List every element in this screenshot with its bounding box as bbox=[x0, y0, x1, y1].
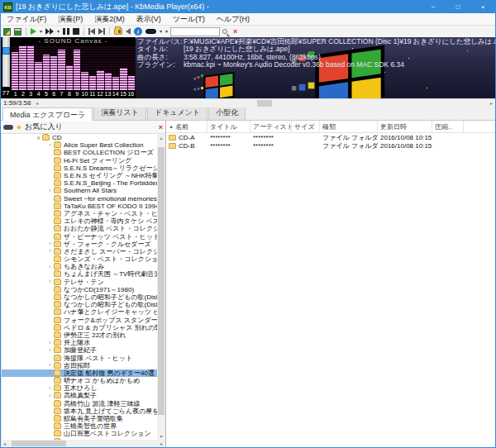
previous-track-button[interactable] bbox=[88, 26, 96, 36]
tree-item-38[interactable]: 山口百恵ベストコレクション bbox=[2, 430, 157, 437]
tree-item-36[interactable]: 鮫島有美子愛唱歌集 bbox=[2, 415, 157, 422]
tree-item-26[interactable]: ›井上陽水 bbox=[2, 339, 157, 346]
chevron-right-icon[interactable]: › bbox=[46, 264, 54, 270]
title-bar[interactable]: KB [19 おきざりにした悲しみは.ape] - KbMedia Player… bbox=[1, 1, 495, 13]
file-list-row-0[interactable]: CD-A****************ファイル フォルダー2016/10/08… bbox=[166, 133, 495, 141]
chevron-down-icon[interactable]: ∨ bbox=[35, 135, 42, 141]
tree-item-28[interactable]: 海援隊 ベスト・ヒット bbox=[2, 354, 157, 361]
play-dropdown[interactable]: ▾ bbox=[39, 26, 43, 36]
seek-thumb[interactable] bbox=[257, 100, 272, 107]
tree-vscroll-thumb[interactable] bbox=[158, 147, 165, 415]
tab-2[interactable]: ドキュメント bbox=[147, 105, 207, 120]
tree-item-14[interactable]: ›さだまさし スーパー・コレクション bbox=[2, 248, 157, 255]
volume-slider[interactable] bbox=[2, 37, 10, 87]
tree-item-30[interactable]: ›決定版 船村徹 男のギター40選 bbox=[2, 369, 157, 377]
chevron-right-icon[interactable]: › bbox=[46, 248, 54, 255]
column-header-0[interactable]: ▲名前 bbox=[166, 121, 207, 132]
column-header-6[interactable]: 圧縮.. bbox=[432, 121, 464, 132]
chevron-right-icon[interactable]: › bbox=[46, 340, 54, 346]
tree-item-4[interactable]: S.E.N.S セイリング ～NHK特集「 bbox=[2, 172, 157, 179]
close-favorites-icon[interactable]: × bbox=[159, 123, 163, 131]
seek-track[interactable] bbox=[41, 99, 488, 107]
tree-item-31[interactable]: 研ナオコ かもめはかもめ bbox=[2, 377, 157, 384]
menu-item-1[interactable]: 演奏(P) bbox=[52, 13, 88, 26]
tree-item-5[interactable]: S.E.N.S_Beijing - The Forbidden bbox=[2, 179, 157, 187]
file-list-row-1[interactable]: CD-B****************ファイル フォルダー2016/10/08… bbox=[166, 141, 495, 150]
pause-button[interactable] bbox=[62, 26, 70, 36]
tree-item-7[interactable]: Sweet ~for emotional memories~ bbox=[2, 195, 157, 203]
tree-item-27[interactable]: ›加藤登紀子 bbox=[2, 346, 157, 354]
tree-item-32[interactable]: ›五木ひろし bbox=[2, 384, 157, 392]
visual-settings-button[interactable] bbox=[145, 26, 157, 36]
chevron-right-icon[interactable]: › bbox=[46, 393, 54, 399]
scroll-down-icon[interactable]: ▾ bbox=[160, 432, 162, 440]
fast-forward-button[interactable] bbox=[45, 26, 55, 36]
seek-right-arrow-icon[interactable]: ▸ bbox=[488, 99, 495, 107]
tab-3[interactable]: 小型化 bbox=[208, 105, 246, 120]
glasses-icon[interactable] bbox=[3, 125, 13, 130]
tree-item-13[interactable]: ›ザ・フォーク・クルセダーズ bbox=[2, 241, 157, 248]
column-header-4[interactable]: 種類 bbox=[320, 121, 378, 132]
stop-button[interactable] bbox=[72, 26, 80, 36]
chevron-right-icon[interactable]: › bbox=[46, 241, 54, 247]
tree-horizontal-scrollbar[interactable]: ◂ ▸ bbox=[1, 440, 165, 447]
minimize-button[interactable]: − bbox=[421, 1, 446, 13]
volume-slider-thumb[interactable] bbox=[2, 47, 10, 55]
tree-item-9[interactable]: アグネス・チャン・ベスト・ヒット bbox=[2, 210, 157, 217]
visual-dropdown[interactable]: ▾ bbox=[159, 26, 163, 36]
extra-dropdown[interactable]: ▾ bbox=[165, 26, 169, 36]
menu-item-4[interactable]: ツール(T) bbox=[167, 13, 211, 26]
tree-item-0[interactable]: ›Alice Super Best Collection bbox=[2, 141, 157, 149]
chevron-right-icon[interactable]: › bbox=[46, 369, 54, 376]
tree-item-18[interactable]: ›テレサ・テン bbox=[2, 279, 157, 286]
chevron-right-icon[interactable]: › bbox=[46, 188, 54, 194]
open-drive-button[interactable] bbox=[13, 26, 22, 36]
info-button[interactable]: i bbox=[133, 26, 143, 36]
column-header-1[interactable]: タイトル bbox=[207, 121, 250, 132]
chevron-right-icon[interactable]: › bbox=[46, 142, 54, 149]
tree-item-11[interactable]: おおたか静流 ベスト・コレクション bbox=[2, 225, 157, 232]
tab-1[interactable]: 演奏リスト bbox=[93, 105, 146, 120]
chevron-right-icon[interactable]: › bbox=[46, 347, 54, 354]
tree-item-29[interactable]: ›吉田拓郎 bbox=[2, 362, 157, 369]
tree-item-12[interactable]: ザ・ピーナッツ ベスト・ヒット bbox=[2, 232, 157, 240]
scroll-up-icon[interactable]: ▴ bbox=[160, 134, 162, 141]
menu-item-5[interactable]: ヘルプ(H) bbox=[211, 13, 255, 26]
maximize-button[interactable]: □ bbox=[446, 1, 470, 13]
menu-item-3[interactable]: 表示(V) bbox=[131, 13, 167, 26]
open-file-button[interactable] bbox=[2, 26, 12, 36]
tree-item-2[interactable]: Hi-Fi Set フィーリング bbox=[2, 157, 157, 164]
search-button[interactable] bbox=[222, 26, 231, 36]
menu-item-2[interactable]: 演奏2(M) bbox=[88, 13, 131, 26]
tree-hscroll-thumb[interactable] bbox=[12, 441, 66, 446]
tree-item-15[interactable]: シモンズ・ベスト・コレクション bbox=[2, 255, 157, 263]
tree-item-1[interactable]: BEST COLLECTION ジローズ bbox=[2, 149, 157, 156]
tree-item-35[interactable]: 坂本九 見上げてごらん夜の星を bbox=[2, 407, 157, 415]
tree-item-25[interactable]: 伊勢正三 22才の別れ bbox=[2, 331, 157, 339]
tab-0[interactable]: Media エクスプローラ bbox=[2, 107, 93, 121]
fast-forward-dropdown[interactable]: ▾ bbox=[56, 26, 60, 36]
tree-item-10[interactable]: エレキの神様・寺内タケシ ベスト bbox=[2, 217, 157, 225]
chevron-right-icon[interactable]: › bbox=[46, 385, 54, 392]
seek-left-arrow-icon[interactable]: ◂ bbox=[33, 99, 41, 107]
tree-item-3[interactable]: S.E.N.S Dreams～リラクゼーション bbox=[2, 164, 157, 172]
menu-item-0[interactable]: ファイル(F) bbox=[1, 13, 52, 26]
clear-search-button[interactable]: × bbox=[232, 26, 238, 36]
tree-item-21[interactable]: なつかしの昭和子どもの歌(Disk2 bbox=[2, 301, 157, 308]
tree-item-8[interactable]: TaTaKu BEST OF KODO II 1994 bbox=[2, 203, 157, 210]
scroll-right-icon[interactable]: ▸ bbox=[158, 440, 165, 447]
mute-button[interactable] bbox=[125, 26, 131, 36]
tree-item-22[interactable]: ハナ肇とクレイジーキャッツ ヒット bbox=[2, 308, 157, 316]
column-header-2[interactable]: アーティスト bbox=[250, 121, 292, 132]
seek-bar[interactable]: ◂ ▸ bbox=[33, 99, 495, 107]
tree-item-16[interactable]: ›ちあきなおみ bbox=[2, 263, 157, 270]
search-input[interactable] bbox=[170, 27, 220, 36]
column-header-3[interactable]: サイズ bbox=[292, 121, 320, 132]
tree-item-23[interactable]: フォーク&ポップス スタンダード・セ bbox=[2, 317, 157, 324]
next-track-button[interactable] bbox=[98, 26, 106, 36]
chevron-right-icon[interactable]: › bbox=[46, 279, 54, 285]
tree-item-6[interactable]: ›Southern All Stars bbox=[2, 187, 157, 194]
column-header-5[interactable]: 更新日時 bbox=[378, 121, 432, 132]
tree-vertical-scrollbar[interactable]: ▴ ▾ bbox=[157, 134, 165, 440]
scroll-left-icon[interactable]: ◂ bbox=[1, 440, 8, 447]
